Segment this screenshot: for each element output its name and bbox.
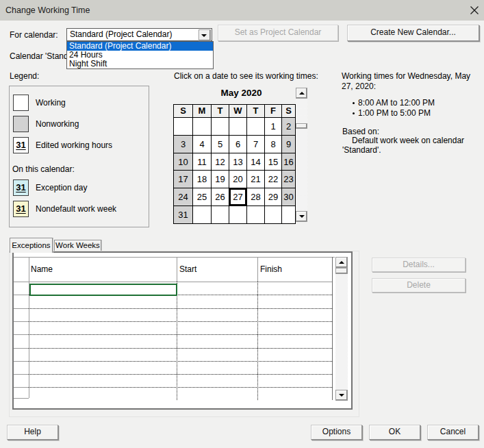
calendar-day-cell[interactable] [229,118,247,136]
working-time-item: 1:00 PM to 5:00 PM [358,108,481,119]
details-button[interactable]: Details... [372,258,466,272]
triangle-down-icon [299,215,305,218]
tab-work-weeks[interactable]: Work Weeks [54,240,101,251]
calendar-day-cell[interactable]: 14 [247,153,265,171]
calendar-day-cell[interactable] [282,206,296,223]
calendar-day-cell[interactable]: 28 [247,188,265,206]
combobox-dropdown-button[interactable] [199,29,211,41]
grid-line [332,257,333,400]
calendar-day-cell[interactable]: 20 [229,171,247,188]
calendar-month-title: May 2020 [173,88,309,98]
calendar-day-cell[interactable] [212,118,229,136]
working-swatch [13,95,29,111]
based-on-text: Default work week on calendar 'Standard'… [342,136,470,155]
grid-line [29,361,332,362]
table-scrollbar[interactable] [335,257,348,401]
calendar-day-cell[interactable]: 29 [265,188,282,206]
calendar-day-cell[interactable]: 2 [282,118,296,136]
calendar-day-cell[interactable]: 25 [193,188,212,206]
edited-hours-label: Edited working hours [36,140,112,150]
calendar-day-cell[interactable]: 11 [193,153,212,171]
calendar-weekday-header: S [174,104,193,118]
dropdown-option-nightshift[interactable]: Night Shift [67,60,213,69]
calendar-day-cell[interactable] [174,118,193,136]
calendar-day-cell[interactable]: 16 [282,153,296,171]
dropdown-option-standard[interactable]: Standard (Project Calendar) [67,42,213,51]
grid-line [14,295,29,295]
close-icon[interactable] [470,6,479,14]
grid-line [14,257,335,258]
calendar-day-cell[interactable]: 15 [265,153,282,171]
calendar-weekday-header: T [212,104,229,118]
calendar-weekday-header: M [193,104,212,118]
triangle-down-icon [339,394,344,397]
working-time-text: 8:00 AM to 12:00 PM [358,98,435,108]
scroll-down-button[interactable] [296,211,307,222]
tab-exceptions[interactable]: Exceptions [10,238,53,253]
scroll-down-button[interactable] [335,390,348,401]
calendar-day-cell[interactable] [229,206,247,223]
bullet-icon [353,112,355,114]
calendar-day-cell[interactable]: 21 [247,171,265,188]
options-button[interactable]: Options [311,425,362,440]
grid-line [177,282,177,400]
calendar-day-cell[interactable]: 27 [229,188,247,206]
scroll-up-button[interactable] [296,88,307,99]
calendar-day-cell[interactable]: 31 [174,206,193,223]
calendar-day-cell[interactable]: 13 [229,153,247,171]
change-working-time-dialog: Change Working Time For calendar: Calend… [0,0,484,448]
calendar-hint-label: Click on a date to see its working times… [174,71,318,81]
grid-line [29,321,332,322]
nonworking-label: Nonworking [36,119,79,129]
calendar-weekday-header: T [247,104,265,118]
dropdown-option-24hours[interactable]: 24 Hours [67,51,213,60]
calendar-day-cell[interactable]: 1 [265,118,282,136]
calendar-combobox[interactable]: Standard (Project Calendar) [66,28,212,41]
selected-cell-outline[interactable] [29,284,177,296]
calendar-scrollbar-thumb[interactable] [296,123,307,129]
nondefault-swatch-number: 31 [16,203,25,214]
calendar-day-cell[interactable]: 4 [193,136,212,153]
calendar-day-cell[interactable]: 17 [174,171,193,188]
calendar-day-cell[interactable]: 6 [229,136,247,153]
calendar-day-cell[interactable]: 23 [282,171,296,188]
calendar-day-cell[interactable]: 22 [265,171,282,188]
grid-line [29,348,332,349]
exception-swatch-number: 31 [16,182,25,192]
calendar-day-cell[interactable]: 30 [282,188,296,206]
calendar-day-cell[interactable] [247,118,265,136]
calendar-day-cell[interactable]: 12 [212,153,229,171]
calendar-day-cell[interactable]: 19 [212,171,229,188]
calendar-scrollbar[interactable] [296,88,307,222]
on-this-calendar-label: On this calendar: [12,164,75,174]
calendar-day-cell[interactable] [247,206,265,223]
calendar-day-cell[interactable]: 9 [282,136,296,153]
scroll-up-button[interactable] [335,257,348,268]
delete-button[interactable]: Delete [372,278,466,293]
cancel-button[interactable]: Cancel [427,425,479,440]
calendar-weekday-header: W [229,104,247,118]
create-new-calendar-button[interactable]: Create New Calendar... [347,25,479,41]
calendar-day-cell[interactable] [265,206,282,223]
edited-swatch-number: 31 [16,140,25,150]
calendar-day-cell[interactable] [193,206,212,223]
calendar-day-cell[interactable]: 3 [174,136,193,153]
calendar-day-cell[interactable] [193,118,212,136]
calendar-day-cell[interactable]: 10 [174,153,193,171]
calendar-day-cell[interactable]: 18 [193,171,212,188]
set-as-project-calendar-button[interactable]: Set as Project Calendar [218,25,338,41]
grid-line [257,257,258,282]
calendar-day-cell[interactable]: 7 [247,136,265,153]
calendar-day-cell[interactable]: 24 [174,188,193,206]
ok-button[interactable]: OK [369,425,420,440]
legend-label: Legend: [10,71,39,81]
help-button[interactable]: Help [7,425,58,440]
table-scrollbar-thumb[interactable] [335,268,348,274]
dialog-title: Change Working Time [5,0,90,21]
calendar-day-cell[interactable]: 26 [212,188,229,206]
calendar-day-cell[interactable]: 8 [265,136,282,153]
grid-line [257,282,258,400]
calendar-day-cell[interactable] [212,206,229,223]
calendar-day-cell[interactable]: 5 [212,136,229,153]
for-calendar-label: For calendar: [10,30,58,40]
